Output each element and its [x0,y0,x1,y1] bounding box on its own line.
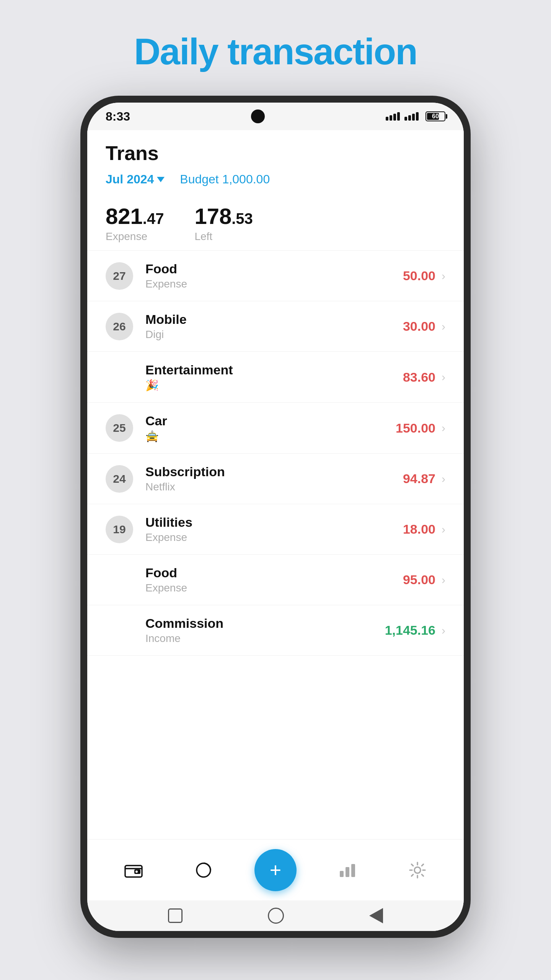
tx-amount: 95.00 [403,572,435,587]
tx-category: Subscription [145,464,403,479]
month-selector[interactable]: Jul 2024 [106,172,165,186]
left-summary: 178.53 Left [194,203,253,243]
tx-chevron-icon: › [442,421,445,434]
tx-date-empty [106,566,133,594]
home-bar [87,900,464,931]
dropdown-arrow-icon [157,177,165,182]
tx-chevron-icon: › [442,472,445,485]
tx-info: Entertainment🎉 [145,363,403,392]
home-circle-icon [268,908,284,924]
tx-date-badge: 27 [106,262,133,290]
tx-amount: 50.00 [403,268,435,283]
transaction-item[interactable]: 26MobileDigi30.00› [87,301,464,352]
summary-row: 821.47 Expense 178.53 Left [87,194,464,251]
svg-rect-5 [340,871,344,877]
tx-sub: 🚖 [145,430,396,443]
tx-category: Mobile [145,312,403,327]
recents-button[interactable] [369,908,383,923]
tx-sub: Netflix [145,481,403,493]
page-title: Daily transaction [134,31,417,73]
expense-amount: 821.47 [106,203,164,229]
tx-amount: 94.87 [403,471,435,486]
gear-icon [408,860,427,880]
svg-point-8 [414,867,421,873]
app-header: Trans Jul 2024 Budget 1,000.00 [87,130,464,194]
transaction-item[interactable]: CommissionIncome1,145.16› [87,605,464,656]
tx-chevron-icon: › [442,573,445,586]
nav-stats[interactable] [328,860,367,880]
tx-chevron-icon: › [442,320,445,333]
nav-settings[interactable] [398,860,437,880]
tx-sub: Expense [145,582,403,594]
battery-icon: 60 [425,111,445,121]
tx-date-badge: 24 [106,465,133,493]
tx-category: Utilities [145,515,403,530]
tx-category: Entertainment [145,363,403,377]
app-title: Trans [106,142,445,165]
camera-notch [251,109,265,123]
status-time: 8:33 [106,109,130,124]
transaction-item[interactable]: 19UtilitiesExpense18.00› [87,504,464,555]
tx-category: Commission [145,616,385,631]
transaction-item[interactable]: 24SubscriptionNetflix94.87› [87,454,464,504]
tx-sub: Income [145,632,385,645]
recents-triangle-icon [369,908,383,923]
tx-sub: 🎉 [145,379,403,392]
signal-icon [386,112,400,121]
left-amount: 178.53 [194,203,253,229]
tx-date-badge: 25 [106,414,133,442]
tx-info: UtilitiesExpense [145,515,403,544]
transaction-item[interactable]: Entertainment🎉83.60› [87,352,464,403]
bar-chart-icon [337,860,357,880]
transaction-item[interactable]: FoodExpense95.00› [87,555,464,605]
tx-amount: 18.00 [403,522,435,537]
donut-chart-icon [194,860,214,880]
status-icons: 60 [386,111,445,121]
phone-inner: 8:33 60 [87,103,464,931]
budget-label: Budget 1,000.00 [180,172,270,186]
svg-point-4 [200,867,207,874]
left-label: Left [194,230,253,243]
tx-category: Food [145,565,403,580]
tx-amount: 1,145.16 [385,623,435,638]
status-bar: 8:33 60 [87,103,464,130]
tx-chevron-icon: › [442,371,445,384]
tx-amount: 150.00 [396,421,435,436]
tx-amount: 83.60 [403,370,435,385]
nav-donut[interactable] [184,860,223,880]
transaction-item[interactable]: 25Car🚖150.00› [87,403,464,454]
phone-shell: 8:33 60 [80,96,471,938]
nav-wallet[interactable] [114,860,153,880]
tx-info: SubscriptionNetflix [145,464,403,493]
tx-category: Food [145,261,403,276]
home-button[interactable] [268,908,284,924]
add-button[interactable]: + [254,849,297,891]
tx-category: Car [145,413,396,428]
tx-sub: Digi [145,328,403,341]
tx-info: FoodExpense [145,261,403,290]
tx-chevron-icon: › [442,523,445,536]
tx-sub: Expense [145,531,403,544]
tx-date-badge: 19 [106,516,133,543]
month-label: Jul 2024 [106,172,154,186]
tx-info: Car🚖 [145,413,396,443]
bottom-nav: + [87,839,464,900]
expense-label: Expense [106,230,164,243]
back-button[interactable] [168,908,183,923]
transaction-item[interactable]: 27FoodExpense50.00› [87,251,464,301]
tx-info: CommissionIncome [145,616,385,645]
tx-amount: 30.00 [403,319,435,334]
back-square-icon [168,908,183,923]
signal-icon-2 [404,112,419,121]
app-content: Trans Jul 2024 Budget 1,000.00 821.47 Ex… [87,130,464,900]
svg-rect-7 [351,864,355,877]
transaction-list: 27FoodExpense50.00›26MobileDigi30.00›Ent… [87,251,464,839]
expense-summary: 821.47 Expense [106,203,164,243]
tx-date-empty [106,363,133,391]
tx-chevron-icon: › [442,270,445,283]
tx-date-badge: 26 [106,313,133,340]
tx-chevron-icon: › [442,624,445,637]
wallet-icon [124,860,143,880]
svg-rect-6 [346,867,349,877]
tx-info: FoodExpense [145,565,403,594]
